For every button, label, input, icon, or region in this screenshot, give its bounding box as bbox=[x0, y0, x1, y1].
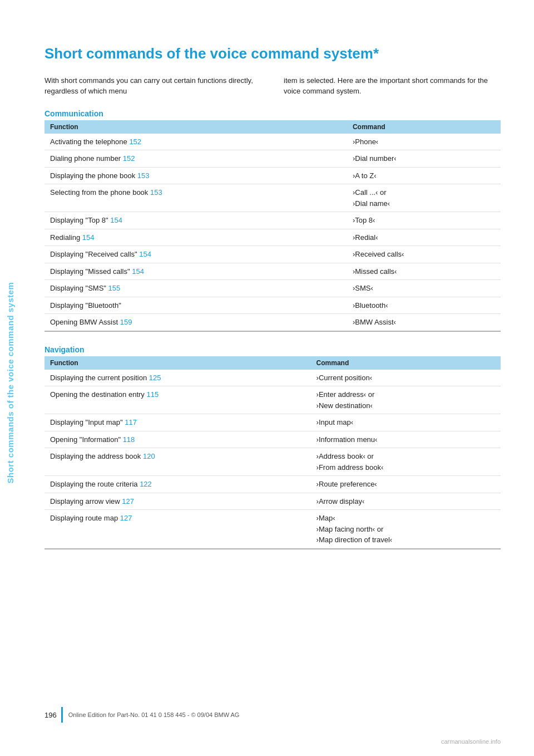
section-heading-communication: Communication bbox=[44, 109, 501, 118]
cell-command-0-9: ›Bluetooth‹ bbox=[347, 297, 501, 314]
table-row: Displaying the route criteria 122›Route … bbox=[44, 476, 501, 493]
cell-command-1-2: ›Input map‹ bbox=[311, 414, 501, 431]
page-num-0-2: 153 bbox=[137, 171, 150, 180]
cell-command-0-4: ›Top 8‹ bbox=[347, 212, 501, 229]
table-row: Displaying "Bluetooth"›Bluetooth‹ bbox=[44, 297, 501, 314]
page-num-1-4: 120 bbox=[143, 452, 155, 460]
page-title: Short commands of the voice command syst… bbox=[44, 45, 501, 63]
cell-function-0-6: Displaying "Received calls" 154 bbox=[44, 246, 347, 263]
page-number: 196 bbox=[44, 711, 57, 719]
table-row: Displaying route map 127›Map‹ ›Map facin… bbox=[44, 510, 501, 549]
cell-function-0-3: Selecting from the phone book 153 bbox=[44, 184, 347, 212]
table-navigation: FunctionCommandDisplaying the current po… bbox=[44, 356, 501, 549]
table-row: Displaying "Missed calls" 154›Missed cal… bbox=[44, 263, 501, 280]
table-row: Displaying "Top 8" 154›Top 8‹ bbox=[44, 212, 501, 229]
page-num-1-2: 117 bbox=[125, 418, 137, 426]
cell-command-0-6: ›Received calls‹ bbox=[347, 246, 501, 263]
page-num-0-0: 152 bbox=[129, 138, 141, 146]
cell-command-0-7: ›Missed calls‹ bbox=[347, 263, 501, 280]
page-num-1-5: 122 bbox=[140, 480, 152, 488]
table-row: Displaying the address book 120›Address … bbox=[44, 448, 501, 476]
watermark: carmanualsonline.info bbox=[441, 738, 501, 745]
cell-function-0-8: Displaying "SMS" 155 bbox=[44, 280, 347, 297]
sidebar-label: Short commands of the voice command syst… bbox=[6, 282, 15, 484]
th-function-communication: Function bbox=[44, 120, 347, 134]
cell-command-1-6: ›Arrow display‹ bbox=[311, 493, 501, 510]
th-command-communication: Command bbox=[347, 120, 501, 134]
footer-text: Online Edition for Part-No. 01 41 0 158 … bbox=[68, 711, 240, 718]
table-row: Displaying "Received calls" 154›Received… bbox=[44, 246, 501, 263]
cell-command-1-1: ›Enter address‹ or ›New destination‹ bbox=[311, 386, 501, 414]
cell-command-1-4: ›Address book‹ or ›From address book‹ bbox=[311, 448, 501, 476]
cell-function-0-10: Opening BMW Assist 159 bbox=[44, 314, 347, 331]
page-num-0-1: 152 bbox=[123, 154, 135, 163]
cell-function-0-2: Displaying the phone book 153 bbox=[44, 167, 347, 184]
table-row: Redialing 154›Redial‹ bbox=[44, 229, 501, 246]
th-function-navigation: Function bbox=[44, 356, 311, 370]
cell-function-1-0: Displaying the current position 125 bbox=[44, 370, 311, 386]
table-row: Opening "Information" 118›Information me… bbox=[44, 431, 501, 448]
table-row: Displaying "Input map" 117›Input map‹ bbox=[44, 414, 501, 431]
table-communication: FunctionCommandActivating the telephone … bbox=[44, 120, 501, 332]
main-content: Short commands of the voice command syst… bbox=[44, 0, 534, 607]
table-row: Displaying the phone book 153›A to Z‹ bbox=[44, 167, 501, 184]
cell-function-1-7: Displaying route map 127 bbox=[44, 510, 311, 549]
table-row: Activating the telephone 152›Phone‹ bbox=[44, 134, 501, 150]
page-container: Short commands of the voice command syst… bbox=[0, 0, 534, 756]
sections-container: CommunicationFunctionCommandActivating t… bbox=[44, 109, 501, 549]
cell-function-1-5: Displaying the route criteria 122 bbox=[44, 476, 311, 493]
page-num-0-3: 153 bbox=[150, 188, 162, 197]
page-num-1-6: 127 bbox=[122, 497, 134, 505]
cell-function-1-1: Opening the destination entry 115 bbox=[44, 386, 311, 414]
page-num-1-7: 127 bbox=[120, 514, 132, 522]
cell-command-1-0: ›Current position‹ bbox=[311, 370, 501, 386]
table-row: Opening the destination entry 115›Enter … bbox=[44, 386, 501, 414]
page-num-0-4: 154 bbox=[110, 216, 122, 224]
cell-command-0-0: ›Phone‹ bbox=[347, 134, 501, 150]
cell-function-1-6: Displaying arrow view 127 bbox=[44, 493, 311, 510]
footer-divider bbox=[61, 707, 63, 723]
cell-command-1-3: ›Information menu‹ bbox=[311, 431, 501, 448]
cell-command-0-3: ›Call ...‹ or ›Dial name‹ bbox=[347, 184, 501, 212]
page-num-0-6: 154 bbox=[139, 250, 151, 258]
cell-command-1-7: ›Map‹ ›Map facing north‹ or ›Map directi… bbox=[311, 510, 501, 549]
page-num-1-0: 125 bbox=[149, 374, 161, 382]
cell-function-0-7: Displaying "Missed calls" 154 bbox=[44, 263, 347, 280]
intro-section: With short commands you can carry out ce… bbox=[44, 75, 501, 97]
intro-left: With short commands you can carry out ce… bbox=[44, 75, 261, 97]
page-footer: 196 Online Edition for Part-No. 01 41 0 … bbox=[44, 707, 501, 723]
page-num-0-10: 159 bbox=[120, 318, 132, 326]
table-row: Opening BMW Assist 159›BMW Assist‹ bbox=[44, 314, 501, 331]
cell-command-0-10: ›BMW Assist‹ bbox=[347, 314, 501, 331]
table-row: Displaying "SMS" 155›SMS‹ bbox=[44, 280, 501, 297]
table-row: Dialing phone number 152›Dial number‹ bbox=[44, 150, 501, 168]
intro-right: item is selected. Here are the important… bbox=[284, 75, 501, 97]
cell-function-1-3: Opening "Information" 118 bbox=[44, 431, 311, 448]
cell-command-0-8: ›SMS‹ bbox=[347, 280, 501, 297]
cell-command-0-1: ›Dial number‹ bbox=[347, 150, 501, 168]
cell-function-0-9: Displaying "Bluetooth" bbox=[44, 297, 347, 314]
page-num-1-1: 115 bbox=[146, 390, 159, 399]
cell-command-0-2: ›A to Z‹ bbox=[347, 167, 501, 184]
table-row: Selecting from the phone book 153›Call .… bbox=[44, 184, 501, 212]
section-heading-navigation: Navigation bbox=[44, 345, 501, 354]
cell-command-1-5: ›Route preference‹ bbox=[311, 476, 501, 493]
cell-function-0-0: Activating the telephone 152 bbox=[44, 134, 347, 150]
cell-function-0-4: Displaying "Top 8" 154 bbox=[44, 212, 347, 229]
cell-function-0-5: Redialing 154 bbox=[44, 229, 347, 246]
cell-function-0-1: Dialing phone number 152 bbox=[44, 150, 347, 168]
page-num-0-7: 154 bbox=[132, 267, 144, 276]
page-num-0-5: 154 bbox=[82, 233, 95, 242]
cell-function-1-4: Displaying the address book 120 bbox=[44, 448, 311, 476]
table-row: Displaying the current position 125›Curr… bbox=[44, 370, 501, 386]
table-row: Displaying arrow view 127›Arrow display‹ bbox=[44, 493, 501, 510]
page-num-1-3: 118 bbox=[123, 435, 135, 444]
cell-command-0-5: ›Redial‹ bbox=[347, 229, 501, 246]
th-command-navigation: Command bbox=[311, 356, 501, 370]
page-num-0-8: 155 bbox=[108, 284, 121, 292]
cell-function-1-2: Displaying "Input map" 117 bbox=[44, 414, 311, 431]
